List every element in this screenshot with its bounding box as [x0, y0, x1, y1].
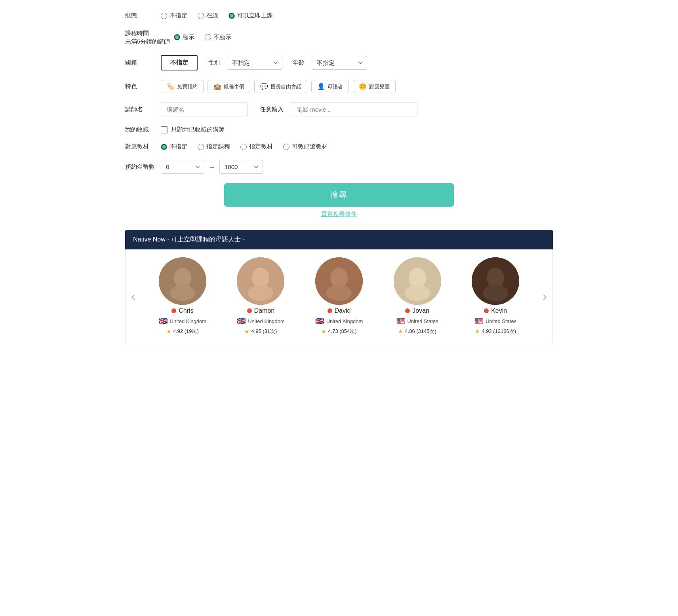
carousel-prev-button[interactable]: ‹ — [128, 289, 139, 304]
tutor-country-row: 🇺🇸 United States — [474, 317, 516, 325]
lesson-time-show-radio[interactable]: 顯示 — [174, 34, 194, 41]
material-radio-course-input[interactable] — [198, 144, 204, 150]
lesson-time-label: 課程時間 未滿5分鐘的講師 — [125, 29, 170, 46]
flag-icon: 🇺🇸 — [474, 317, 483, 325]
tutor-country: United Kingdom — [248, 318, 285, 324]
svg-point-5 — [248, 285, 273, 301]
tutor-rating: 4.86 (3145次) — [405, 328, 436, 335]
half-tag-icon: 🏫 — [213, 83, 221, 90]
svg-point-11 — [405, 285, 430, 301]
lesson-time-hide-radio[interactable]: 不顯示 — [205, 34, 231, 41]
nationality-button[interactable]: 不指定 — [161, 55, 198, 70]
status-radio-online-input[interactable] — [198, 13, 204, 19]
material-radio-course-label[interactable]: 指定課程 — [206, 143, 230, 150]
tutor-avatar — [472, 257, 519, 305]
material-radio-selected-label[interactable]: 可教已選教材 — [292, 143, 328, 150]
tutor-rating-row: ★ 4.92 (19次) — [166, 328, 199, 335]
tutor-rating-row: ★ 4.93 (12166次) — [475, 328, 516, 335]
reset-link[interactable]: 重置搜尋條件 — [321, 211, 357, 218]
status-row: 狀態 不指定 在線 可以立即上課 — [125, 12, 553, 19]
tutor-name-input[interactable] — [161, 103, 248, 116]
material-radio-textbook-input[interactable] — [240, 144, 247, 150]
favorites-checkbox-label[interactable]: 只顯示已收藏的講師 — [171, 126, 225, 133]
favorites-checkbox-group[interactable]: 只顯示已收藏的講師 — [161, 126, 225, 133]
feature-tag-children[interactable]: 😊 對應兒童 — [353, 80, 396, 93]
gender-select[interactable]: 不指定 — [227, 56, 282, 70]
tutor-name: David — [335, 307, 351, 314]
age-select[interactable]: 不指定 — [312, 56, 367, 70]
features-row: 特色 🏷️ 免費預約 🏫 凱倫半價 💬 擅長自由會話 👤 母語者 😊 對應兒童 — [125, 80, 553, 93]
price-to-select[interactable]: 1000 2000 3000 5000 — [219, 160, 263, 174]
feature-tag-freetalk[interactable]: 💬 擅長自由會話 — [254, 80, 307, 93]
material-radio-any-label[interactable]: 不指定 — [170, 143, 187, 150]
feature-tag-free[interactable]: 🏷️ 免費預約 — [161, 80, 204, 93]
price-row: 預約金幣數 0 100 200 300 500 ～ 1000 2000 3000… — [125, 160, 553, 174]
reset-link-row: 重置搜尋條件 — [125, 211, 553, 218]
star-icon: ★ — [166, 328, 171, 335]
lesson-time-hide-label[interactable]: 不顯示 — [213, 34, 231, 41]
tutor-card[interactable]: David🇬🇧 United Kingdom★ 4.73 (854次) — [307, 257, 371, 335]
status-label: 狀態 — [125, 12, 157, 19]
tutor-avatar — [394, 257, 441, 305]
half-tag-label: 凱倫半價 — [224, 83, 244, 90]
status-radio-immediate[interactable]: 可以立即上課 — [229, 12, 273, 19]
freetalk-tag-label: 擅長自由會話 — [270, 83, 301, 90]
status-radio-online-label[interactable]: 在線 — [206, 12, 218, 19]
tutor-name-row: 講師名 任意輸入 — [125, 103, 553, 116]
tutor-rating: 4.92 (19次) — [173, 328, 199, 335]
freetalk-tag-icon: 💬 — [260, 83, 268, 90]
feature-tag-half[interactable]: 🏫 凱倫半價 — [208, 80, 250, 93]
online-dot — [484, 308, 489, 313]
lesson-time-show-input[interactable] — [174, 34, 180, 40]
star-icon: ★ — [475, 328, 480, 335]
tutor-country-row: 🇺🇸 United States — [396, 317, 438, 325]
search-button[interactable]: 搜尋 — [224, 183, 454, 207]
status-radio-any-label[interactable]: 不指定 — [170, 12, 187, 19]
status-radio-immediate-label[interactable]: 可以立即上課 — [237, 12, 273, 19]
tutor-name: Damon — [254, 307, 275, 314]
tutor-carousel: Chris🇬🇧 United Kingdom★ 4.92 (19次) Damon… — [145, 257, 533, 335]
online-dot — [171, 308, 176, 313]
material-radio-textbook[interactable]: 指定教材 — [240, 143, 273, 150]
tutor-rating-row: ★ 4.73 (854次) — [321, 328, 356, 335]
tutor-rating: 4.93 (12166次) — [482, 328, 516, 335]
flag-icon: 🇬🇧 — [237, 317, 246, 325]
tutor-rating: 4.95 (31次) — [251, 328, 277, 335]
any-input-field[interactable] — [291, 103, 417, 116]
status-radio-any-input[interactable] — [161, 13, 167, 19]
material-radio-selected[interactable]: 可教已選教材 — [283, 143, 328, 150]
tutor-name-row: Kevin — [484, 307, 507, 314]
favorites-checkbox[interactable] — [161, 126, 168, 133]
carousel-next-button[interactable]: › — [539, 289, 550, 304]
tutor-card[interactable]: Damon🇬🇧 United Kingdom★ 4.95 (31次) — [229, 257, 292, 335]
lesson-time-show-label[interactable]: 顯示 — [183, 34, 194, 41]
native-tag-icon: 👤 — [317, 83, 325, 90]
tutor-card[interactable]: Jovan🇺🇸 United States★ 4.86 (3145次) — [386, 257, 449, 335]
material-radio-any[interactable]: 不指定 — [161, 143, 187, 150]
status-radio-immediate-input[interactable] — [229, 13, 235, 19]
tutor-card[interactable]: Chris🇬🇧 United Kingdom★ 4.92 (19次) — [151, 257, 214, 335]
tutor-card[interactable]: Kevin🇺🇸 United States★ 4.93 (12166次) — [464, 257, 527, 335]
children-tag-icon: 😊 — [359, 83, 367, 90]
star-icon: ★ — [398, 328, 403, 335]
nationality-label: 國籍 — [125, 59, 157, 67]
material-radio-any-input[interactable] — [161, 144, 167, 150]
price-from-select[interactable]: 0 100 200 300 500 — [161, 160, 204, 174]
feature-tags-group: 🏷️ 免費預約 🏫 凱倫半價 💬 擅長自由會話 👤 母語者 😊 對應兒童 — [161, 80, 396, 93]
tutor-avatar — [315, 257, 363, 305]
flag-icon: 🇺🇸 — [396, 317, 405, 325]
flag-icon: 🇬🇧 — [315, 317, 324, 325]
search-btn-row: 搜尋 — [125, 183, 553, 207]
feature-tag-native[interactable]: 👤 母語者 — [311, 80, 349, 93]
free-tag-icon: 🏷️ — [167, 83, 175, 90]
status-radio-any[interactable]: 不指定 — [161, 12, 187, 19]
material-radio-textbook-label[interactable]: 指定教材 — [249, 143, 273, 150]
tutor-carousel-wrapper: ‹ Chris🇬🇧 United Kingdom★ 4.92 (19次) Dam… — [125, 249, 553, 343]
material-row: 對應教材 不指定 指定課程 指定教材 可教已選教材 — [125, 143, 553, 150]
tutor-name-row: Chris — [171, 307, 193, 314]
material-radio-selected-input[interactable] — [283, 144, 289, 150]
material-radio-course[interactable]: 指定課程 — [198, 143, 230, 150]
price-range-group: 0 100 200 300 500 ～ 1000 2000 3000 5000 — [161, 160, 263, 174]
status-radio-online[interactable]: 在線 — [198, 12, 218, 19]
lesson-time-hide-input[interactable] — [205, 34, 211, 40]
